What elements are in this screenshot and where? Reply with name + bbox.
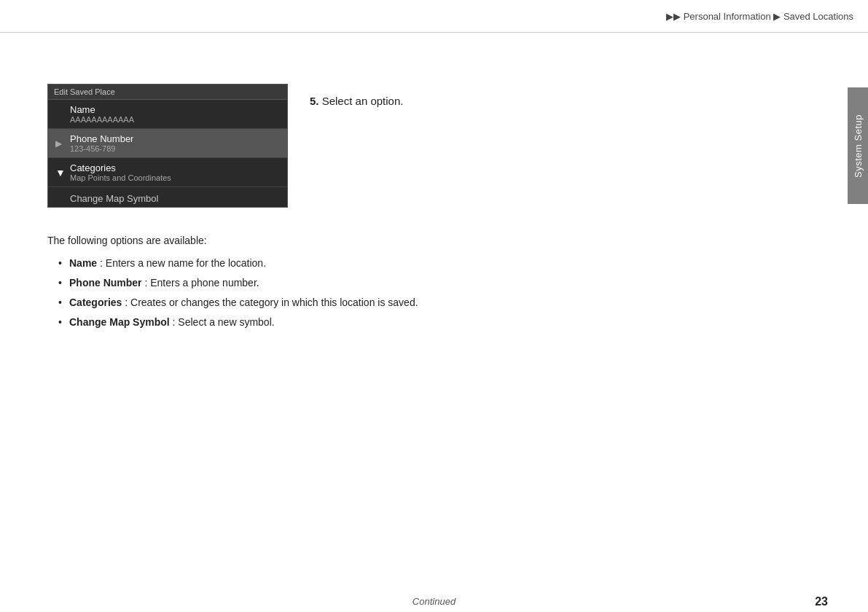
breadcrumb-arrows: ▶▶: [666, 11, 681, 22]
device-screenshot: Edit Saved Place Name AAAAAAAAAAAA ▶ Pho…: [47, 84, 288, 208]
device-change-map-label: Change Map Symbol: [70, 193, 158, 204]
breadcrumb-part2: Saved Locations: [783, 11, 853, 22]
arrow-down-icon: ▼: [55, 167, 66, 178]
sidebar-tab-label: System Setup: [853, 114, 864, 178]
breadcrumb-text: ▶▶ Personal Information ▶ Saved Location…: [666, 11, 853, 22]
bullet-list: Name : Enters a new name for the locatio…: [47, 256, 788, 330]
step-number: 5.: [310, 95, 319, 107]
device-categories-sub: Map Points and Coordinates: [70, 173, 280, 182]
desc-change-map: : Select a new symbol.: [173, 316, 275, 328]
breadcrumb-part1: Personal Information: [684, 11, 771, 22]
device-name-title: Name: [70, 104, 280, 115]
device-categories-title: Categories: [70, 162, 280, 173]
desc-categories: : Creates or changes the category in whi…: [125, 297, 418, 308]
main-content: Edit Saved Place Name AAAAAAAAAAAA ▶ Pho…: [40, 40, 832, 590]
term-change-map: Change Map Symbol: [69, 316, 170, 328]
list-item: Change Map Symbol : Select a new symbol.: [58, 315, 788, 330]
device-phone-item[interactable]: ▶ Phone Number 123-456-789: [48, 129, 287, 158]
desc-name: : Enters a new name for the location.: [100, 257, 266, 269]
breadcrumb-bar: ▶▶ Personal Information ▶ Saved Location…: [0, 0, 868, 33]
list-item: Phone Number : Enters a phone number.: [58, 275, 788, 291]
list-item: Name : Enters a new name for the locatio…: [58, 256, 788, 271]
footer-page-number: 23: [815, 595, 828, 608]
device-categories-item[interactable]: ▼ Categories Map Points and Coordinates: [48, 158, 287, 187]
device-phone-sub: 123-456-789: [70, 144, 280, 153]
description-section: The following options are available: Nam…: [47, 233, 788, 334]
term-name: Name: [69, 257, 97, 269]
device-name-item[interactable]: Name AAAAAAAAAAAA: [48, 100, 287, 129]
list-item: Categories : Creates or changes the cate…: [58, 295, 788, 310]
term-phone: Phone Number: [69, 277, 142, 289]
footer: Continued 23: [0, 590, 868, 612]
desc-phone: : Enters a phone number.: [144, 277, 259, 289]
description-intro: The following options are available:: [47, 233, 788, 248]
arrow-right-icon: ▶: [55, 138, 62, 149]
step-text: Select an option.: [322, 95, 404, 107]
breadcrumb-arrow2: ▶: [773, 11, 781, 22]
device-name-sub: AAAAAAAAAAAA: [70, 115, 280, 124]
step-instruction: 5. Select an option.: [310, 95, 403, 107]
device-change-map-item[interactable]: Change Map Symbol: [48, 187, 287, 210]
device-title: Edit Saved Place: [54, 87, 115, 96]
sidebar-tab: System Setup: [848, 87, 868, 204]
footer-continued: Continued: [413, 596, 455, 607]
device-title-bar: Edit Saved Place: [48, 85, 287, 100]
device-phone-title: Phone Number: [70, 133, 280, 144]
term-categories: Categories: [69, 297, 122, 308]
